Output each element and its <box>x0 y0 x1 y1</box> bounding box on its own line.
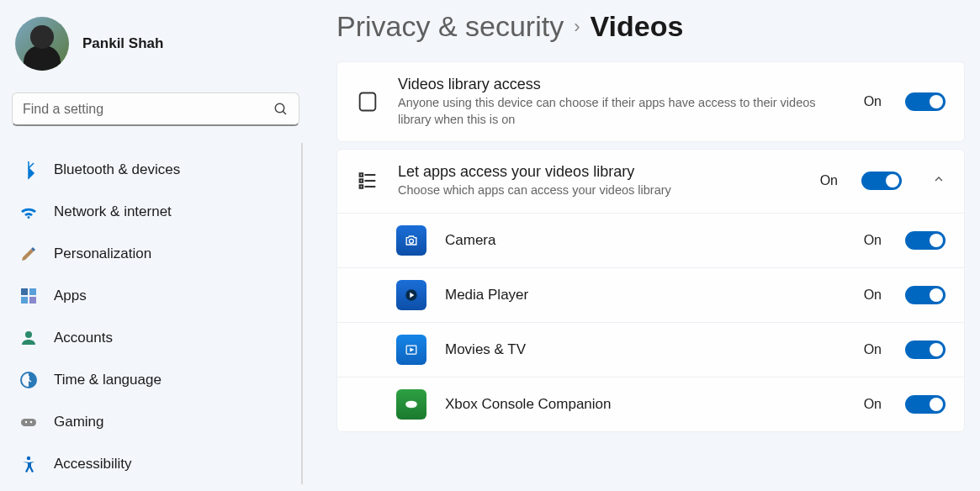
setting-library-access: Videos library access Anyone using this … <box>336 61 965 142</box>
toggle-app-media-player[interactable] <box>905 286 946 304</box>
sidebar-item-personalization[interactable]: Personalization <box>8 234 298 274</box>
camera-app-icon <box>396 225 426 256</box>
sidebar-item-label: Network & internet <box>54 203 172 220</box>
search-box[interactable] <box>12 92 299 126</box>
movies-tv-app-icon <box>396 335 426 365</box>
toggle-library-access[interactable] <box>905 92 946 111</box>
sidebar-item-label: Time & language <box>54 372 162 388</box>
profile[interactable]: Pankil Shah <box>8 10 303 87</box>
setting-title: Videos library access <box>398 76 845 93</box>
app-name: Camera <box>445 232 845 249</box>
svg-point-9 <box>25 421 27 423</box>
svg-rect-3 <box>29 288 36 295</box>
sidebar-item-bluetooth[interactable]: Bluetooth & devices <box>8 150 298 190</box>
app-name: Xbox Console Companion <box>445 396 845 413</box>
svg-rect-20 <box>360 174 363 177</box>
app-row-movies-tv: Movies & TV On <box>337 322 964 377</box>
avatar <box>15 17 69 71</box>
search-icon <box>273 102 289 117</box>
person-icon <box>19 328 39 348</box>
wifi-icon <box>19 202 39 222</box>
svg-point-0 <box>275 103 284 113</box>
svg-rect-5 <box>29 297 36 304</box>
globe-clock-icon <box>19 370 39 390</box>
profile-name: Pankil Shah <box>82 35 163 52</box>
sidebar-item-accounts[interactable]: Accounts <box>8 318 298 358</box>
sidebar-item-accessibility[interactable]: Accessibility <box>8 444 298 484</box>
app-name: Movies & TV <box>445 341 845 358</box>
chevron-up-icon[interactable] <box>932 172 946 189</box>
svg-point-6 <box>25 331 32 338</box>
svg-rect-22 <box>360 186 363 189</box>
svg-rect-2 <box>21 288 28 295</box>
app-name: Media Player <box>445 287 845 304</box>
svg-point-29 <box>405 401 416 407</box>
sidebar-item-label: Apps <box>54 288 87 304</box>
svg-rect-21 <box>360 180 363 183</box>
list-icon <box>356 169 379 193</box>
svg-point-10 <box>30 421 32 423</box>
media-player-app-icon <box>396 280 426 310</box>
app-row-xbox-companion: Xbox Console Companion On <box>337 377 964 431</box>
breadcrumb: Privacy & security › Videos <box>336 10 965 43</box>
nav-list: Bluetooth & devices Network & internet P… <box>8 143 303 484</box>
svg-rect-8 <box>21 419 36 426</box>
xbox-app-icon <box>396 389 426 420</box>
svg-rect-4 <box>21 297 28 304</box>
chevron-right-icon: › <box>574 16 580 38</box>
gamepad-icon <box>19 412 39 432</box>
video-file-icon <box>356 90 379 114</box>
sidebar: Pankil Shah Bluetooth & devices Network … <box>0 0 311 491</box>
toggle-app-movies-tv[interactable] <box>905 341 946 359</box>
toggle-state-label: On <box>820 173 838 188</box>
sidebar-item-apps[interactable]: Apps <box>8 276 298 316</box>
setting-apps-access: Let apps access your videos library Choo… <box>336 149 965 432</box>
setting-desc: Anyone using this device can choose if t… <box>398 95 845 128</box>
setting-apps-header-row[interactable]: Let apps access your videos library Choo… <box>337 150 964 213</box>
svg-rect-12 <box>360 93 376 111</box>
breadcrumb-parent[interactable]: Privacy & security <box>336 10 564 43</box>
sidebar-item-network[interactable]: Network & internet <box>8 192 298 232</box>
setting-desc: Choose which apps can access your videos… <box>398 182 802 199</box>
app-row-media-player: Media Player On <box>337 267 964 322</box>
toggle-state-label: On <box>864 233 882 248</box>
svg-line-1 <box>283 111 286 114</box>
breadcrumb-current: Videos <box>591 10 684 43</box>
svg-point-11 <box>27 457 30 460</box>
toggle-state-label: On <box>864 342 882 357</box>
sidebar-item-label: Accessibility <box>54 456 132 473</box>
sidebar-item-label: Accounts <box>54 330 113 346</box>
sidebar-item-gaming[interactable]: Gaming <box>8 402 298 442</box>
toggle-state-label: On <box>864 288 882 303</box>
svg-marker-27 <box>410 347 414 351</box>
toggle-state-label: On <box>864 397 882 412</box>
apps-icon <box>19 286 39 306</box>
sidebar-item-time[interactable]: Time & language <box>8 360 298 400</box>
sidebar-item-label: Gaming <box>54 414 104 430</box>
search-input[interactable] <box>23 102 273 117</box>
sidebar-item-label: Personalization <box>54 246 151 262</box>
paintbrush-icon <box>19 244 39 264</box>
toggle-app-camera[interactable] <box>905 231 946 250</box>
toggle-state-label: On <box>864 94 882 109</box>
main-content: Privacy & security › Videos Videos libra… <box>311 0 980 491</box>
svg-point-23 <box>410 239 414 243</box>
toggle-app-xbox-companion[interactable] <box>905 395 946 414</box>
accessibility-icon <box>19 454 39 474</box>
toggle-apps-access[interactable] <box>861 172 902 190</box>
sidebar-item-label: Bluetooth & devices <box>54 161 180 178</box>
setting-title: Let apps access your videos library <box>398 163 802 181</box>
bluetooth-icon <box>19 160 39 180</box>
app-row-camera: Camera On <box>337 213 964 267</box>
